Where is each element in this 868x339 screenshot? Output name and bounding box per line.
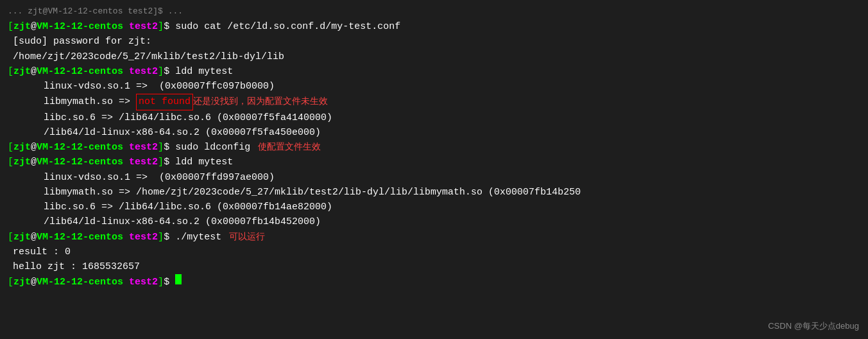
prompt-space [123,140,129,155]
top-partial-line: ... zjt@VM-12-12-centos test2]$ ... [8,5,860,18]
prompt-bracket: [ [8,275,13,290]
prompt-end: ] [158,275,164,290]
cmd-text: $ ldd mytest [164,155,233,170]
prompt-bracket: [ [8,155,13,170]
prompt-space [123,64,129,79]
prompt-dir: test2 [129,275,158,290]
cmd-text: $ ldd mytest [164,64,233,79]
command-line-9: [zjt@VM-12-12-centos test2]$ sudo ldconf… [8,140,860,155]
watermark: CSDN @每天少点debug [768,320,859,333]
annotation-ldconfig: 使配置文件生效 [258,140,321,154]
prompt-end: ] [158,64,164,79]
prompt-end: ] [158,230,164,245]
cmd-text: $ sudo cat /etc/ld.so.conf.d/my-test.con… [164,19,400,34]
output-line-2: [sudo] password for zjt: [8,34,860,49]
prompt-host: VM-12-12-centos [37,64,123,79]
prompt-host: VM-12-12-centos [37,230,123,245]
output-text: libmymath.so => /home/zjt/2023code/5_27/… [44,185,581,200]
prompt-at: @ [31,275,37,290]
prompt-host: VM-12-12-centos [37,155,123,170]
command-line-1: [zjt@VM-12-12-centos test2]$ sudo cat /e… [8,19,860,34]
output-line-3: /home/zjt/2023code/5_27/mklib/test2/lib-… [8,49,860,64]
output-text: libc.so.6 => /lib64/libc.so.6 (0x00007fb… [44,200,332,214]
prompt-host: VM-12-12-centos [37,19,123,34]
prompt-space [123,19,129,34]
prompt-at: @ [31,155,37,170]
prompt-host: VM-12-12-centos [37,275,123,290]
output-line-13: libc.so.6 => /lib64/libc.so.6 (0x00007fb… [8,200,860,214]
prompt-user: zjt [13,19,31,34]
output-text: linux-vdso.so.1 => (0x00007ffc097b0000) [44,79,275,94]
output-line-5: linux-vdso.so.1 => (0x00007ffc097b0000) [8,79,860,94]
command-line-10: [zjt@VM-12-12-centos test2]$ ldd mytest [8,155,860,170]
command-line-18: [zjt@VM-12-12-centos test2]$ [8,274,860,290]
terminal-cursor [175,274,182,284]
prompt-user: zjt [13,140,31,155]
output-line-7: libc.so.6 => /lib64/libc.so.6 (0x00007f5… [8,110,860,125]
output-text: [sudo] password for zjt: [8,34,151,49]
prompt-host: VM-12-12-centos [37,140,123,155]
prompt-bracket: [ [8,230,13,245]
prompt-end: ] [158,19,164,34]
prompt-at: @ [31,19,37,34]
prompt-dir: test2 [129,230,158,245]
prompt-space [123,275,129,290]
prompt-space [123,155,129,170]
output-line-14: /lib64/ld-linux-x86-64.so.2 (0x00007fb14… [8,214,860,229]
output-text: result : 0 [8,245,71,259]
prompt-end: ] [158,155,164,170]
prompt-dir: test2 [129,140,158,155]
libmymath-prefix: libmymath.so => [44,94,136,109]
output-text: /lib64/ld-linux-x86-64.so.2 (0x00007f5fa… [44,125,321,140]
prompt-at: @ [31,140,37,155]
prompt-space [123,230,129,245]
prompt-at: @ [31,64,37,79]
output-line-17: hello zjt : 1685532657 [8,259,860,274]
cmd-text: $ ./mytest [164,230,221,245]
prompt-end: ] [158,140,164,155]
terminal-window: ... zjt@VM-12-12-centos test2]$ ... [zjt… [0,0,868,339]
output-line-6: libmymath.so => not found 还是没找到，因为配置文件未生… [8,94,860,110]
prompt-dir: test2 [129,19,158,34]
output-text: /home/zjt/2023code/5_27/mklib/test2/lib-… [8,49,284,64]
cmd-text: $ [164,275,175,290]
output-text: linux-vdso.so.1 => (0x00007ffd997ae000) [44,170,275,185]
prompt-user: zjt [13,155,31,170]
command-line-4: [zjt@VM-12-12-centos test2]$ ldd mytest [8,64,860,79]
output-text: hello zjt : 1685532657 [8,259,140,274]
output-line-11: linux-vdso.so.1 => (0x00007ffd997ae000) [8,170,860,185]
prompt-user: zjt [13,275,31,290]
annotation-not-found: 还是没找到，因为配置文件未生效 [193,94,328,109]
prompt-dir: test2 [129,155,158,170]
prompt-at: @ [31,230,37,245]
prompt-bracket: [ [8,140,13,155]
prompt-bracket: [ [8,19,13,34]
prompt-user: zjt [13,64,31,79]
prompt-user: zjt [13,230,31,245]
prompt-dir: test2 [129,64,158,79]
cmd-text: $ sudo ldconfig [164,140,250,155]
output-text: libc.so.6 => /lib64/libc.so.6 (0x00007f5… [44,110,332,125]
output-line-16: result : 0 [8,245,860,259]
output-line-8: /lib64/ld-linux-x86-64.so.2 (0x00007f5fa… [8,125,860,140]
output-text: /lib64/ld-linux-x86-64.so.2 (0x00007fb14… [44,214,321,229]
prompt-bracket: [ [8,64,13,79]
not-found-badge: not found [136,94,193,110]
top-partial-text: ... zjt@VM-12-12-centos test2]$ ... [8,5,183,18]
annotation-run: 可以运行 [229,230,265,244]
command-line-15: [zjt@VM-12-12-centos test2]$ ./mytest 可以… [8,230,860,245]
output-line-12: libmymath.so => /home/zjt/2023code/5_27/… [8,185,860,200]
